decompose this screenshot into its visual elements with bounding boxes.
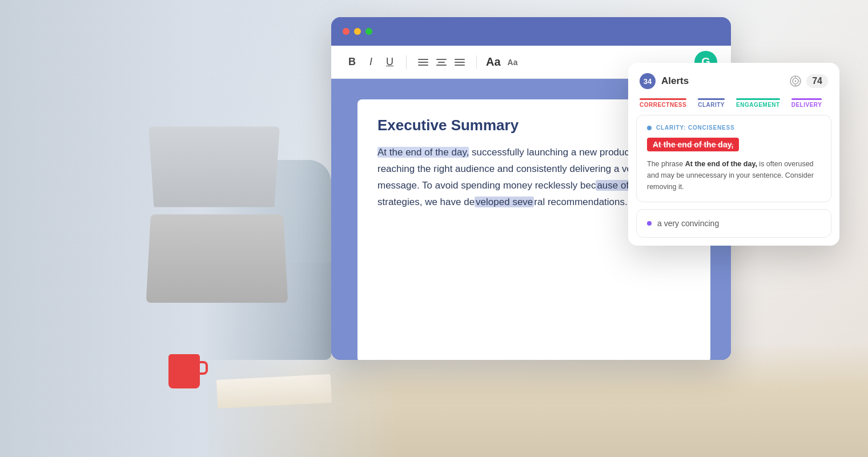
alerts-label: Alerts — [661, 75, 689, 87]
align-right-button[interactable] — [452, 57, 467, 68]
align-center-line-2 — [438, 62, 445, 63]
laptop-base — [146, 214, 288, 303]
alert-desc-bold: At the end of the day, — [685, 160, 757, 168]
alerts-count-badge: 34 — [640, 73, 656, 89]
score-target-icon — [789, 75, 802, 87]
alert-type-label: CLARITY: CONCISENESS — [656, 125, 735, 131]
alert-dot-blue — [647, 126, 652, 130]
tab-engagement[interactable]: ENGAGEMENT — [736, 98, 780, 108]
underline-button[interactable]: U — [383, 54, 397, 70]
delivery-indicator — [791, 98, 822, 100]
titlebar-expand-dot[interactable] — [365, 28, 372, 35]
tab-correctness[interactable]: CORRECTNESS — [640, 98, 686, 108]
toolbar-align-group — [416, 57, 467, 68]
italic-button[interactable]: I — [366, 54, 376, 70]
alerts-count: 34 — [644, 77, 652, 86]
align-right-line-1 — [455, 59, 465, 60]
correctness-indicator — [640, 98, 686, 100]
alert-highlighted-phrase: At the end of the day, — [647, 138, 739, 151]
highlighted-phrase: At the end of the day, — [377, 147, 469, 158]
alert-desc-pre: The phrase — [647, 160, 685, 168]
obscured-text-2: veloped seve — [475, 197, 534, 207]
ui-overlay: B I U — [331, 17, 845, 406]
titlebar-close-dot[interactable] — [343, 28, 349, 35]
tab-clarity-label: CLARITY — [698, 102, 725, 108]
toolbar-separator-1 — [406, 55, 407, 69]
align-center-button[interactable] — [434, 57, 449, 68]
clarity-indicator — [698, 98, 725, 100]
tab-clarity[interactable]: CLARITY — [698, 98, 725, 108]
alert-description: The phrase At the end of the day, is oft… — [647, 158, 821, 193]
red-mug — [168, 354, 200, 388]
align-line-3 — [418, 65, 428, 66]
tab-engagement-label: ENGAGEMENT — [736, 102, 780, 108]
score-section: 74 — [789, 74, 828, 88]
tab-delivery-label: DELIVERY — [791, 102, 822, 108]
align-line-2 — [418, 62, 428, 63]
alert-card-clarity[interactable]: CLARITY: CONCISENESS At the end of the d… — [636, 115, 831, 202]
toolbar-separator-2 — [476, 55, 477, 69]
bold-button[interactable]: B — [345, 54, 359, 70]
align-center-line-3 — [436, 65, 447, 66]
titlebar-minimize-dot[interactable] — [354, 28, 361, 35]
alert-card-header: CLARITY: CONCISENESS — [647, 125, 821, 131]
svg-point-2 — [795, 81, 797, 82]
align-line-1 — [418, 59, 428, 60]
align-center-line-1 — [436, 59, 447, 60]
overall-score: 74 — [806, 74, 828, 88]
convincing-alert-text: a very convincing — [657, 219, 719, 228]
laptop-screen — [148, 126, 280, 207]
align-right-line-2 — [455, 62, 465, 63]
floor-books — [216, 374, 332, 408]
sidebar-tabs: CORRECTNESS CLARITY ENGAGEMENT DELIVERY — [628, 94, 839, 115]
alert-card-convincing[interactable]: a very convincing — [636, 209, 831, 238]
tab-correctness-label: CORRECTNESS — [640, 102, 686, 108]
tab-delivery[interactable]: DELIVERY — [791, 98, 822, 108]
font-size-small-button[interactable]: Aa — [508, 58, 518, 67]
align-left-button[interactable] — [416, 57, 431, 68]
mug-handle — [199, 361, 208, 375]
engagement-indicator — [736, 98, 780, 100]
editor-titlebar — [331, 17, 731, 46]
alert-dot-purple — [647, 221, 652, 226]
font-size-large-button[interactable]: Aa — [486, 55, 501, 69]
align-right-line-3 — [455, 65, 465, 66]
sidebar-header: 34 Alerts 74 — [628, 63, 839, 94]
sidebar-panel: 34 Alerts 74 CORRECTNESS — [628, 63, 839, 246]
